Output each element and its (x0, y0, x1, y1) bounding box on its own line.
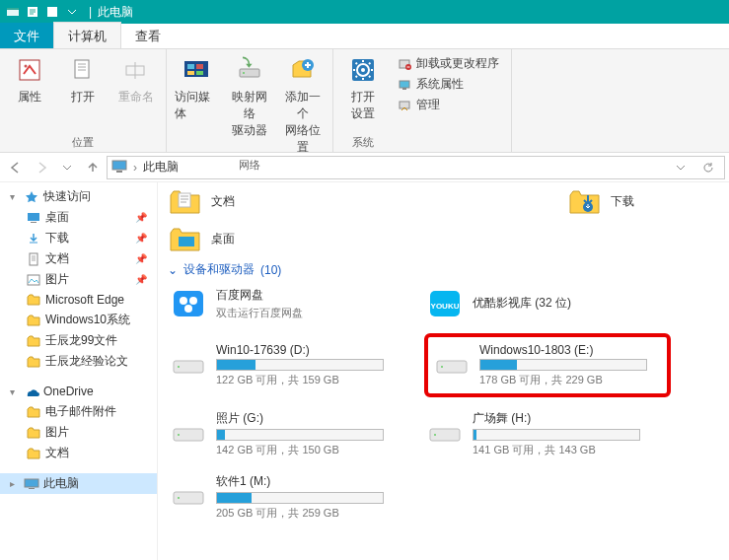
tree-label: 壬辰龙经验论文 (45, 353, 128, 370)
map-drive-button[interactable]: 映射网络 驱动器 (228, 53, 271, 156)
content-pane[interactable]: 文档 下载 桌面 ⌄ 设备和驱动器 (10) 百度网盘双击运行百度网盘 (158, 182, 729, 560)
drive-h[interactable]: 广场舞 (H:)141 GB 可用，共 143 GB (424, 407, 661, 460)
navigation-bar: › 此电脑 (0, 153, 729, 182)
svg-point-37 (189, 297, 197, 305)
folder-icon (26, 446, 41, 461)
tree-rcl99-folder[interactable]: 壬辰龙99文件 (0, 330, 157, 351)
drive-d[interactable]: Win10-17639 (D:)122 GB 可用，共 159 GB (168, 333, 404, 397)
drive-subtext: 141 GB 可用，共 143 GB (473, 443, 658, 457)
expand-icon[interactable]: ▾ (10, 386, 20, 397)
nav-up-button[interactable] (81, 156, 105, 179)
tree-pictures[interactable]: 图片📌 (0, 269, 157, 290)
tree-edge-folder[interactable]: Microsoft Edge (0, 290, 157, 310)
tree-quick-access[interactable]: ▾ 快速访问 (0, 186, 157, 207)
manage-icon (397, 98, 412, 113)
svg-rect-4 (20, 60, 39, 80)
svg-rect-30 (25, 479, 38, 487)
tree-email-attachments[interactable]: 电子邮件附件 (0, 401, 157, 422)
section-devices-drives[interactable]: ⌄ 设备和驱动器 (10) (168, 261, 719, 278)
properties-label: 属性 (18, 89, 41, 105)
tree-w10-folder[interactable]: Windows10系统 (0, 310, 157, 330)
navigation-tree[interactable]: ▾ 快速访问 桌面📌 下载📌 文档📌 图片📌 Microsoft Edge Wi… (0, 182, 158, 560)
address-bar[interactable]: › 此电脑 (107, 156, 725, 179)
rename-label: 重命名 (118, 89, 154, 105)
drive-m[interactable]: 软件1 (M:)205 GB 可用，共 259 GB (168, 470, 404, 524)
folder-icon (26, 292, 41, 308)
tree-onedrive[interactable]: ▾ OneDrive (0, 382, 157, 401)
drive-e[interactable]: Windows10-1803 (E:)178 GB 可用，共 229 GB (424, 333, 671, 397)
drive-usage-bar (473, 429, 640, 441)
tree-label: 图片 (45, 424, 69, 441)
picture-icon (26, 272, 41, 288)
nav-forward-button[interactable] (30, 156, 53, 179)
uninstall-programs-button[interactable]: 卸载或更改程序 (397, 55, 499, 72)
folder-label: 下载 (611, 193, 634, 210)
expand-icon[interactable]: ▸ (10, 478, 20, 489)
tab-computer[interactable]: 计算机 (53, 22, 121, 48)
svg-rect-24 (112, 161, 126, 170)
section-count: (10) (260, 263, 281, 277)
address-dropdown-icon[interactable] (669, 156, 693, 179)
youku-icon: YOUKU (427, 289, 463, 318)
folder-downloads[interactable]: 下载 (567, 186, 720, 216)
tab-file[interactable]: 文件 (0, 23, 53, 48)
svg-rect-29 (28, 275, 39, 285)
add-network-location-button[interactable]: 添加一个 网络位置 (281, 53, 325, 156)
drive-baidu[interactable]: 百度网盘双击运行百度网盘 (168, 284, 404, 323)
chevron-down-icon: ⌄ (168, 263, 178, 277)
drive-g[interactable]: 照片 (G:)142 GB 可用，共 150 GB (168, 407, 404, 460)
open-button[interactable]: 打开 (61, 53, 105, 105)
svg-point-14 (243, 72, 245, 74)
access-media-button[interactable]: 访问媒体 (175, 53, 218, 156)
rename-button[interactable]: 重命名 (114, 53, 158, 105)
svg-rect-11 (187, 71, 194, 75)
pin-icon: 📌 (135, 233, 153, 244)
folder-desktop[interactable]: 桌面 (168, 224, 404, 253)
svg-point-38 (184, 305, 192, 313)
drive-youku[interactable]: YOUKU 优酷影视库 (32 位) (424, 284, 661, 323)
drive-subtext: 142 GB 可用，共 150 GB (216, 443, 401, 457)
svg-rect-3 (47, 7, 57, 17)
drive-name: 照片 (G:) (216, 410, 401, 427)
tree-downloads[interactable]: 下载📌 (0, 228, 157, 248)
tree-label: 文档 (45, 250, 69, 267)
drive-name: 优酷影视库 (32 位) (473, 295, 658, 312)
open-settings-button[interactable]: 打开 设置 (341, 53, 385, 122)
svg-rect-10 (196, 64, 203, 69)
folder-documents[interactable]: 文档 (168, 186, 321, 216)
tree-documents[interactable]: 文档📌 (0, 248, 157, 269)
nav-back-button[interactable] (4, 156, 28, 179)
address-refresh-icon[interactable] (696, 156, 720, 179)
expand-icon[interactable]: ▾ (10, 191, 20, 202)
breadcrumb-root[interactable]: 此电脑 (143, 159, 179, 175)
add-netloc-label: 添加一个 网络位置 (281, 89, 325, 156)
ribbon-group-network: 访问媒体 映射网络 驱动器 添加一个 网络位置 网络 (167, 49, 333, 152)
qat-new-icon[interactable] (43, 3, 61, 21)
folder-icon (26, 313, 41, 328)
tree-onedrive-pictures[interactable]: 图片 (0, 422, 157, 443)
drive-usage-bar (216, 492, 384, 504)
properties-button[interactable]: 属性 (8, 53, 51, 105)
nav-recent-dropdown[interactable] (55, 156, 79, 179)
system-menu-icon[interactable] (4, 3, 22, 21)
main-area: ▾ 快速访问 桌面📌 下载📌 文档📌 图片📌 Microsoft Edge Wi… (0, 182, 729, 560)
open-label: 打开 (71, 89, 95, 105)
system-properties-button[interactable]: 系统属性 (397, 76, 499, 93)
tree-desktop[interactable]: 桌面📌 (0, 207, 157, 228)
tree-rclexp-folder[interactable]: 壬辰龙经验论文 (0, 351, 157, 372)
qat-dropdown-icon[interactable] (63, 3, 81, 21)
star-icon (24, 189, 39, 205)
svg-point-18 (361, 68, 365, 72)
hdd-icon (171, 482, 206, 512)
ribbon-group-system-label: 系统 (341, 133, 385, 150)
qat-properties-icon[interactable] (24, 3, 41, 21)
svg-point-42 (178, 366, 180, 368)
tab-view[interactable]: 查看 (121, 23, 175, 48)
download-icon (26, 231, 41, 246)
svg-point-5 (25, 65, 28, 68)
tree-this-pc[interactable]: ▸ 此电脑 (0, 473, 157, 494)
svg-rect-35 (174, 291, 203, 316)
uninstall-icon (397, 56, 412, 72)
tree-onedrive-documents[interactable]: 文档 (0, 443, 157, 463)
manage-button[interactable]: 管理 (397, 97, 499, 113)
